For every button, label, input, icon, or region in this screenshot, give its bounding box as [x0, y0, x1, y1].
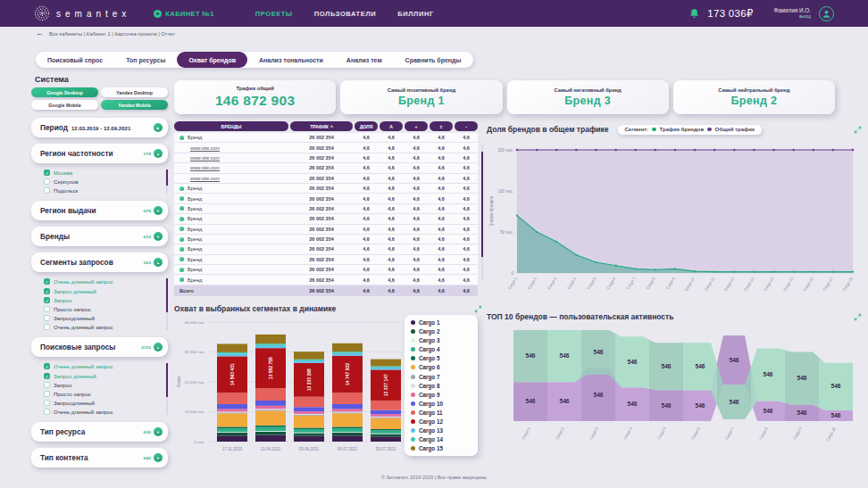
legend-item[interactable]: Cargo 8: [411, 383, 472, 389]
site-link[interactable]: www.site.com: [190, 155, 220, 161]
chevron-down-icon[interactable]: ▼: [154, 427, 163, 436]
column-header-1[interactable]: БРЕНДЫ: [174, 121, 288, 131]
expand-icon[interactable]: [854, 126, 862, 134]
legend-item[interactable]: Cargo 13: [411, 427, 472, 434]
checkbox-item[interactable]: ✓Москва: [44, 170, 159, 176]
legend-item[interactable]: Cargo 9: [411, 392, 472, 398]
legend-item[interactable]: Cargo 5: [411, 355, 472, 361]
tab-1[interactable]: Поисковый спрос: [36, 52, 114, 68]
tab-4[interactable]: Анализ тональности: [247, 52, 335, 68]
cabinet-button[interactable]: + КАБИНЕТ №1: [154, 10, 213, 18]
column-header-3[interactable]: ДОЛЯ: [355, 121, 378, 131]
expand-icon[interactable]: [474, 305, 482, 313]
nav-item-1[interactable]: ПРОЕКТЫ: [255, 10, 293, 18]
tab-6[interactable]: Сравнить бренды: [394, 52, 473, 68]
checkbox-item[interactable]: ✓Очень длинный запрос: [44, 278, 159, 285]
logo[interactable]: semantex: [34, 5, 130, 21]
chevron-up-icon[interactable]: ▲: [154, 343, 163, 352]
legend-item[interactable]: Cargo 14: [411, 436, 472, 443]
checkbox-icon[interactable]: ✓: [44, 288, 50, 294]
checkbox-icon[interactable]: ✓: [44, 170, 50, 176]
checkbox-icon[interactable]: ✓: [44, 363, 50, 369]
scrollbar[interactable]: [166, 363, 168, 415]
checkbox-icon[interactable]: [44, 382, 50, 388]
user-logout[interactable]: выход: [774, 14, 811, 20]
checkbox-item[interactable]: Запросдлинный: [44, 400, 159, 406]
checkbox-item[interactable]: ✓Запрос длинный: [44, 288, 159, 294]
system-button-1[interactable]: Google Desktop: [31, 87, 98, 97]
nav-item-2[interactable]: ПОЛЬЗОВАТЕЛИ: [314, 10, 376, 18]
filter-card-5[interactable]: Сегменты запросов3/23▲: [31, 252, 168, 272]
legend-item[interactable]: Cargo 11: [411, 409, 472, 416]
system-button-2[interactable]: Yandex Desktop: [101, 87, 168, 97]
nav-item-3[interactable]: БИЛЛИНГ: [397, 10, 434, 18]
checkbox-item[interactable]: Просто запрос: [44, 306, 159, 312]
filter-card-8[interactable]: Тип контента0/42▼: [31, 448, 168, 467]
site-link[interactable]: www.site.com: [190, 176, 220, 181]
expand-icon[interactable]: [854, 313, 862, 321]
checkbox-icon[interactable]: [44, 315, 50, 321]
checkbox-icon[interactable]: ✓: [44, 297, 50, 303]
checkbox-icon[interactable]: [44, 306, 50, 312]
back-arrow-icon[interactable]: ←: [36, 29, 44, 37]
checkbox-item[interactable]: Подольск: [44, 187, 159, 194]
table-scrollbar-thumb[interactable]: [481, 152, 483, 257]
filter-card-1[interactable]: Период12.03.2019 - 12.09.2021▶: [31, 118, 168, 137]
legend-item[interactable]: Cargo 3: [411, 337, 472, 343]
checkbox-icon[interactable]: ✓: [44, 278, 50, 285]
chevron-right-icon[interactable]: ▶: [154, 123, 163, 132]
column-header-4[interactable]: А: [380, 121, 403, 131]
filter-card-4[interactable]: Бренды0/12▼: [31, 227, 168, 246]
filter-card-6[interactable]: Поисковые запросы2/115▲: [31, 337, 168, 357]
checkbox-item[interactable]: Просто запрос: [44, 391, 159, 397]
scrollbar[interactable]: [166, 278, 168, 330]
checkbox-icon[interactable]: [44, 178, 50, 185]
legend-item[interactable]: Cargo 15: [411, 445, 472, 451]
filter-card-7[interactable]: Тип ресурса0/30▼: [31, 422, 168, 442]
system-button-3[interactable]: Google Mobile: [31, 100, 98, 110]
column-header-2[interactable]: ТРАФИК^: [290, 121, 353, 131]
chevron-up-icon[interactable]: ▲: [154, 258, 163, 267]
legend-item[interactable]: Cargo 2: [411, 328, 472, 335]
legend-item[interactable]: Cargo 6: [411, 364, 472, 370]
bell-icon[interactable]: [689, 8, 699, 19]
chevron-up-icon[interactable]: ▲: [154, 149, 163, 158]
scrollbar[interactable]: [166, 170, 168, 194]
chevron-down-icon[interactable]: ▼: [154, 453, 163, 462]
tab-3[interactable]: Охват брендов: [177, 52, 247, 68]
legend-item[interactable]: Cargo 7: [411, 374, 472, 380]
checkbox-item[interactable]: Серпухов: [44, 178, 159, 185]
column-header-6[interactable]: ±: [430, 121, 453, 131]
filter-card-2[interactable]: Регион частотности1/78▲: [31, 144, 168, 163]
checkbox-icon[interactable]: [44, 391, 50, 397]
site-link[interactable]: www.site.com: [190, 145, 220, 151]
checkbox-icon[interactable]: [44, 187, 50, 194]
checkbox-icon[interactable]: [44, 400, 50, 406]
checkbox-item[interactable]: Очень длинный запрос: [44, 409, 159, 415]
checkbox-item[interactable]: ✓Запрос длинный: [44, 373, 159, 379]
user-block[interactable]: Фамилия И.О. выход: [774, 7, 811, 20]
filter-card-3[interactable]: Регион выдачи0/78▼: [31, 201, 168, 220]
tab-2[interactable]: Топ ресурсы: [114, 52, 177, 68]
sort-asc-icon[interactable]: ^: [330, 124, 333, 129]
checkbox-icon[interactable]: [44, 324, 50, 330]
checkbox-item[interactable]: ✓Запрос: [44, 297, 159, 303]
legend-item[interactable]: Cargo 4: [411, 346, 472, 352]
site-link[interactable]: www.site.com: [190, 165, 220, 170]
table-scrollbar[interactable]: [481, 145, 483, 280]
column-header-7[interactable]: -: [455, 121, 478, 131]
checkbox-item[interactable]: Запросдлинный: [44, 315, 159, 321]
chevron-down-icon[interactable]: ▼: [154, 206, 163, 215]
checkbox-item[interactable]: Запрос: [44, 382, 159, 388]
system-button-4[interactable]: Yandex Mobile: [101, 100, 168, 110]
column-header-5[interactable]: +: [405, 121, 428, 131]
tab-5[interactable]: Анализ тем: [335, 52, 394, 68]
checkbox-icon[interactable]: [44, 409, 50, 415]
checkbox-item[interactable]: Очень длинный запрос: [44, 324, 159, 330]
checkbox-icon[interactable]: ✓: [44, 373, 50, 379]
legend-item[interactable]: Cargo 1: [411, 319, 472, 326]
legend-item[interactable]: Cargo 10: [411, 401, 472, 407]
legend-item[interactable]: Cargo 12: [411, 418, 472, 425]
checkbox-item[interactable]: ✓Очень длинный запрос: [44, 363, 159, 369]
chevron-down-icon[interactable]: ▼: [154, 232, 163, 241]
